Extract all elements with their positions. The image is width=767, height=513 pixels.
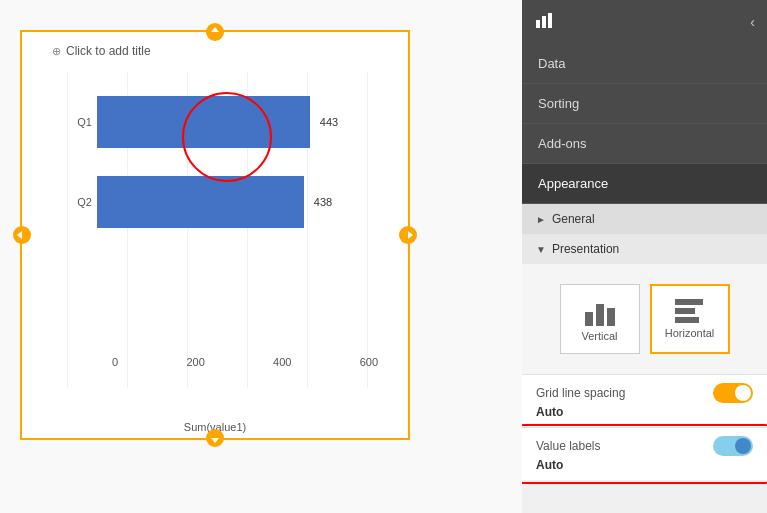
nav-menu: Data Sorting Add-ons Appearance (522, 44, 767, 204)
general-arrow: ► (536, 214, 546, 225)
axis-labels: 0 200 400 600 (112, 356, 378, 368)
bar-label-q2: Q2 (67, 196, 92, 208)
nav-item-data[interactable]: Data (522, 44, 767, 84)
horizontal-icon (675, 299, 705, 323)
presentation-label: Presentation (552, 242, 619, 256)
presentation-content: Vertical Horizontal (522, 264, 767, 374)
general-label: General (552, 212, 595, 226)
bar-q1 (97, 96, 310, 148)
value-labels-label-row: Value labels (536, 436, 753, 456)
nav-item-sorting[interactable]: Sorting (522, 84, 767, 124)
section-general[interactable]: ► General (522, 204, 767, 234)
bar-group-q2: Q2 438 (67, 172, 393, 232)
svg-rect-9 (542, 16, 546, 28)
chart-title-text: Click to add title (66, 44, 151, 58)
svg-rect-8 (536, 20, 540, 28)
section-presentation[interactable]: ▼ Presentation (522, 234, 767, 264)
bar-label-q1: Q1 (67, 116, 92, 128)
chart-title[interactable]: ⊕ Click to add title (52, 44, 151, 58)
horizontal-label: Horizontal (665, 327, 715, 339)
svg-rect-10 (548, 13, 552, 28)
pres-btn-vertical[interactable]: Vertical (560, 284, 640, 354)
value-labels-toggle[interactable] (713, 436, 753, 456)
collapse-button[interactable]: ‹ (750, 14, 755, 30)
vertical-icon (585, 296, 615, 326)
bar-group-q1: Q1 443 (67, 92, 393, 152)
grid-line-toggle[interactable] (713, 383, 753, 403)
value-labels-label: Value labels (536, 439, 601, 453)
bar-value-q2: 438 (314, 196, 332, 208)
vertical-label: Vertical (581, 330, 617, 342)
nav-item-addons[interactable]: Add-ons (522, 124, 767, 164)
bar-q2 (97, 176, 304, 228)
chart-icon (534, 10, 554, 34)
value-labels-value: Auto (536, 458, 753, 472)
handle-left[interactable] (13, 226, 31, 244)
grid-line-value: Auto (536, 405, 753, 419)
presentation-options: Vertical Horizontal (536, 284, 753, 354)
panel-header: ‹ (522, 0, 767, 44)
bar-value-q1: 443 (320, 116, 338, 128)
nav-item-appearance[interactable]: Appearance (522, 164, 767, 204)
bars-area: Q1 443 Q2 438 0 200 400 600 (67, 72, 393, 388)
grid-line-spacing-row: Grid line spacing Auto (522, 374, 767, 427)
value-labels-row: Value labels Auto (522, 427, 767, 480)
right-panel: ‹ Data Sorting Add-ons Appearance ► Gene… (522, 0, 767, 513)
pres-btn-horizontal[interactable]: Horizontal (650, 284, 730, 354)
handle-top[interactable] (206, 23, 224, 41)
value-labels-slider (713, 436, 753, 456)
handle-bottom[interactable] (206, 429, 224, 447)
chart-area: ⊕ Click to add title Q1 443 Q2 438 (0, 0, 522, 513)
chart-container: ⊕ Click to add title Q1 443 Q2 438 (20, 30, 410, 440)
title-icon: ⊕ (52, 45, 61, 58)
handle-right[interactable] (399, 226, 417, 244)
grid-line-spacing-label: Grid line spacing (536, 386, 625, 400)
grid-line-spacing-label-row: Grid line spacing (536, 383, 753, 403)
grid-toggle-slider (713, 383, 753, 403)
settings-panel: ► General ▼ Presentation Vertical (522, 204, 767, 513)
presentation-arrow: ▼ (536, 244, 546, 255)
